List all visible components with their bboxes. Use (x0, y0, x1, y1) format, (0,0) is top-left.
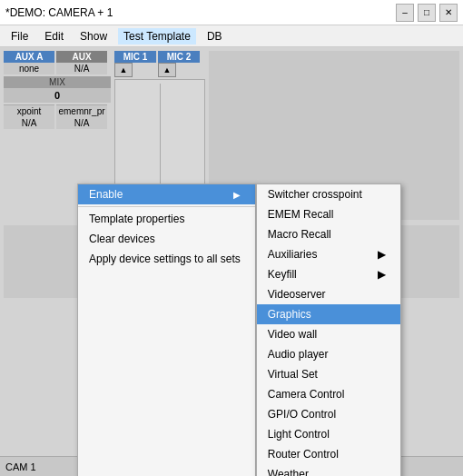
submenu-keyfill[interactable]: Keyfill ▶ (257, 264, 400, 284)
submenu-video-wall[interactable]: Video wall (257, 324, 400, 344)
enable-arrow-icon: ▶ (233, 190, 241, 200)
aux-strip: AUX N/A (56, 51, 107, 74)
submenu-gpio-control[interactable]: GPI/O Control (257, 404, 400, 424)
aux-a-strip: AUX A none (4, 51, 54, 74)
mic2-label: MIC 2 (158, 51, 200, 63)
aux-a-value: none (4, 63, 54, 74)
ememnr-strip: ememnr_pr N/A (56, 104, 107, 129)
submenu-macro-recall[interactable]: Macro Recall (257, 224, 400, 244)
submenu-switcher-crosspoint[interactable]: Switcher crosspoint (257, 184, 400, 204)
context-menu-template-properties[interactable]: Template properties (78, 209, 255, 229)
menu-test-template[interactable]: Test Template (118, 28, 196, 45)
submenu-auxiliaries[interactable]: Auxiliaries ▶ (257, 244, 400, 264)
mic1-label: MIC 1 (114, 51, 156, 63)
status-text: CAM 1 (5, 461, 36, 472)
menu-edit[interactable]: Edit (39, 28, 69, 45)
xpoint-strip: xpoint N/A (4, 104, 54, 129)
submenu-virtual-set[interactable]: Virtual Set (257, 364, 400, 384)
submenu: Switcher crosspoint EMEM Recall Macro Re… (256, 183, 401, 476)
ememnr-label: ememnr_pr (56, 104, 107, 117)
submenu-audio-player[interactable]: Audio player (257, 344, 400, 364)
minimize-button[interactable]: – (396, 4, 414, 22)
keyfill-arrow-icon: ▶ (378, 268, 386, 281)
auxiliaries-arrow-icon: ▶ (378, 248, 386, 261)
submenu-camera-control[interactable]: Camera Control (257, 384, 400, 404)
context-menu: Enable ▶ Template properties Clear devic… (77, 183, 256, 476)
aux-value: N/A (56, 63, 107, 74)
xpoint-label: xpoint (4, 104, 54, 117)
context-menu-apply-settings[interactable]: Apply device settings to all sets (78, 249, 255, 269)
menu-separator-1 (78, 206, 255, 207)
mix-label: MIX (4, 76, 111, 88)
menu-show[interactable]: Show (74, 28, 113, 45)
context-menu-clear-devices[interactable]: Clear devices (78, 229, 255, 249)
menu-bar: File Edit Show Test Template DB (0, 25, 463, 47)
mic1-up-arrow[interactable]: ▲ (114, 63, 133, 77)
mix-value: 0 (4, 88, 111, 103)
submenu-videoserver[interactable]: Videoserver (257, 284, 400, 304)
submenu-router-control[interactable]: Router Control (257, 444, 400, 464)
context-menu-container: Enable ▶ Template properties Clear devic… (77, 183, 401, 476)
submenu-weather[interactable]: Weather (257, 464, 400, 476)
main-area: AUX A none AUX N/A MIX 0 xpoint N/A emem… (0, 47, 463, 476)
close-button[interactable]: ✕ (439, 4, 458, 22)
aux-a-label: AUX A (4, 51, 54, 63)
maximize-button[interactable]: □ (418, 4, 436, 22)
context-menu-enable[interactable]: Enable ▶ (78, 184, 255, 204)
submenu-emem-recall[interactable]: EMEM Recall (257, 204, 400, 224)
window-controls: – □ ✕ (396, 4, 458, 22)
menu-db[interactable]: DB (202, 28, 228, 45)
ememnr-value: N/A (56, 117, 107, 129)
title-bar: *DEMO: CAMERA + 1 – □ ✕ (0, 0, 463, 25)
mic1-strip: MIC 1 ▲ (114, 51, 156, 77)
aux-label: AUX (56, 51, 107, 63)
submenu-graphics[interactable]: Graphics (257, 304, 400, 324)
mic2-up-arrow[interactable]: ▲ (158, 63, 176, 77)
xpoint-value: N/A (4, 117, 54, 129)
window-title: *DEMO: CAMERA + 1 (5, 6, 396, 19)
mic2-strip: MIC 2 ▲ (158, 51, 200, 77)
menu-file[interactable]: File (5, 28, 34, 45)
submenu-light-control[interactable]: Light Control (257, 424, 400, 444)
